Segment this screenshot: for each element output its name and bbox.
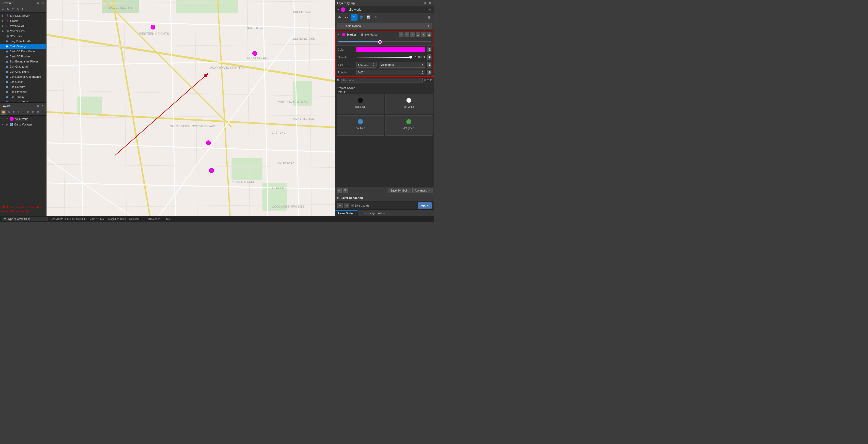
locate-input-area[interactable]: 🔍 Type to locate (⌘K)	[2, 217, 48, 221]
tab-layer-styling[interactable]: Layer Styling	[335, 210, 358, 216]
symbol-dot-green[interactable]: dot green	[385, 115, 433, 136]
panel-options-icon[interactable]: ⋯	[424, 8, 426, 11]
tile-icon: ⬤	[5, 90, 9, 94]
layer-name-label: hello-world	[15, 117, 28, 120]
favorites-list-icon[interactable]: ⊟	[430, 78, 432, 82]
layer-grid1-icon[interactable]: ⊞	[26, 110, 30, 114]
settings-tab[interactable]: ⚙	[372, 14, 379, 21]
browser-item-esri-gray-light[interactable]: ⬤ Esri Gray (light)	[0, 69, 46, 74]
add-symbol-btn[interactable]: ⊕	[426, 14, 432, 21]
add-layer-btn[interactable]: +	[399, 32, 404, 37]
marker-expand-arrow[interactable]: ▼	[338, 33, 340, 36]
favorites-grid-icon[interactable]: ⊞	[427, 78, 429, 82]
size-save-btn[interactable]: 💾	[427, 62, 431, 68]
ms-sql-icon: 🗄	[6, 14, 9, 18]
layers-close-icon[interactable]: ✕	[41, 104, 45, 108]
layer-item-carto[interactable]: ✓ ▶ Carto Voyager	[0, 122, 46, 127]
filter-layer-icon[interactable]: ⊻	[17, 110, 21, 114]
color-save-btn[interactable]: 💾	[427, 47, 431, 52]
size-spinbox[interactable]: 5.00000 ▲▼	[356, 62, 377, 68]
tab-processing-toolbox[interactable]: Processing Toolbox	[358, 210, 388, 216]
browser-item-cartodb-positron[interactable]: ⬤ CartoDB Positron	[0, 54, 46, 59]
browser-item-esri-standard[interactable]: ⬤ Esri Standard	[0, 89, 46, 94]
layer-grid2-icon[interactable]: ⊟	[31, 110, 35, 114]
browser-item-xyz-tiles[interactable]: ▼ ◫ XYZ Tiles	[0, 34, 46, 39]
panel-expand-icon[interactable]: ⧉	[428, 8, 432, 12]
browser-item-cartodb-dark[interactable]: ⬤ CartoDB Dark Matter	[0, 49, 46, 54]
layer-rendering-expand[interactable]: ▶	[337, 196, 339, 199]
live-update-checkbox[interactable]: ✓	[351, 204, 354, 207]
collapse-icon[interactable]: ⊟	[16, 7, 20, 11]
browser-item-carto-voyager[interactable]: ⬤ Carto Voyager	[0, 44, 46, 49]
browser-item-esri-topo[interactable]: ⬤ Esri Topo World	[0, 100, 46, 102]
favorites-search-input[interactable]	[341, 78, 423, 83]
save-symbol-btn[interactable]: Save Symbol...	[388, 188, 411, 193]
globe-tab[interactable]: 🌐	[358, 14, 365, 21]
layer-item-hello-world[interactable]: ✓ ▼ hello-world	[0, 116, 46, 122]
up-btn[interactable]: ▲	[416, 32, 420, 37]
layer-more-icon[interactable]: ⊠	[36, 110, 40, 114]
refresh-icon[interactable]: ↻	[6, 7, 10, 11]
layer-visibility-check[interactable]: ✓	[2, 123, 5, 126]
rotation-save-btn[interactable]: 💾	[427, 70, 431, 75]
symbol-dot-white[interactable]: dot white	[385, 94, 433, 114]
color-swatch[interactable]	[356, 47, 425, 52]
filter-icon[interactable]: ⊻	[11, 7, 15, 11]
close-icon[interactable]: ✕	[41, 1, 45, 5]
remove-layer-icon[interactable]: 👁	[12, 110, 16, 114]
chart-tab[interactable]: 📊	[365, 14, 372, 21]
single-symbol-dropdown[interactable]: ⬡ Single Symbol ▼	[337, 23, 432, 29]
list-view-btn[interactable]: ☰	[343, 188, 348, 193]
redo-icon[interactable]: ↪	[344, 203, 349, 208]
minimize-icon[interactable]: —	[30, 1, 35, 5]
panel-close-icon[interactable]: ✕	[428, 1, 432, 5]
browser-item-esri-satellite[interactable]: ⬤ Esri Satellite	[0, 84, 46, 89]
browser-item-esri-gray-dark[interactable]: ⬤ Esri Gray (dark)	[0, 64, 46, 69]
copy-btn[interactable]: ⧉	[405, 32, 409, 37]
symbol-tab[interactable]: ⬡	[351, 14, 358, 21]
rotation-spinbox[interactable]: 0.00 ° ▲▼	[356, 70, 425, 75]
layers-float-icon[interactable]: ⧉	[36, 104, 40, 108]
expand-arrow: ▶	[2, 29, 5, 33]
opacity-value: 100.0 %	[413, 56, 425, 59]
delete-btn[interactable]: ✕	[410, 32, 415, 37]
render-checkbox[interactable]: ✓	[148, 218, 151, 220]
browser-item-ms-sql[interactable]: ▶ 🗄 MS SQL Server	[0, 13, 46, 18]
float-icon[interactable]: ⧉	[36, 1, 40, 5]
symbol-dot-blue[interactable]: dot blue	[337, 115, 384, 136]
undo-icon[interactable]: ↩	[337, 203, 343, 208]
browser-item-esri-ocean[interactable]: ⬤ Esri Ocean	[0, 79, 46, 84]
grid-view-btn[interactable]: ⊞	[337, 188, 342, 193]
browser-item-esri-boundaries[interactable]: ⬤ Esri Boundaries Places	[0, 59, 46, 64]
advanced-btn[interactable]: Advanced ▼	[412, 188, 432, 193]
panel-float-icon[interactable]: ⧉	[423, 1, 427, 5]
abc-tab-2[interactable]: abc	[344, 14, 350, 21]
browser-item-bing[interactable]: ⬤ Bing VirtualEarth	[0, 39, 46, 44]
add-resource-icon[interactable]: ⊕	[1, 7, 5, 11]
symbol-dot-black[interactable]: dot black	[337, 94, 384, 114]
opacity-slider[interactable]	[356, 57, 411, 58]
back-arrow-icon[interactable]: ◀	[337, 8, 339, 11]
browser-item-oracle[interactable]: ▶ 🗄 Oracle	[0, 18, 46, 23]
browser-item-esri-terrain[interactable]: ⬤ Esri Terrain	[0, 94, 46, 100]
apply-button[interactable]: Apply	[418, 202, 432, 209]
opacity-save-btn[interactable]: 💾	[427, 54, 431, 60]
browser-item-wms-wmts[interactable]: ▶ ⬡ WMS/WMTS	[0, 23, 46, 28]
abc-tab-1[interactable]: abc	[337, 14, 343, 21]
add-layer-icon[interactable]: ⊕	[7, 110, 11, 114]
open-layer-styling-btn[interactable]: 🎨	[1, 110, 6, 115]
layer-visibility-check[interactable]: ✓	[2, 117, 5, 120]
properties-icon[interactable]: ℹ	[20, 7, 24, 11]
marker-main-slider[interactable]	[338, 41, 431, 42]
layers-minimize-icon[interactable]: —	[30, 104, 35, 108]
epsg-display: EPSG:...	[163, 218, 173, 220]
browser-item-esri-natgeo[interactable]: ⬤ Esri National Geographic	[0, 74, 46, 79]
down-btn[interactable]: ▼	[421, 32, 426, 37]
size-unit-dropdown[interactable]: Millimeters ▼	[379, 62, 425, 68]
layer-options-icon[interactable]: ⋯	[21, 110, 25, 114]
browser-item-vector-tiles[interactable]: ▶ ◫ Vector Tiles	[0, 28, 46, 34]
svg-point-54	[206, 141, 211, 145]
clear-favorites-icon[interactable]: ✕	[424, 78, 426, 82]
save-col-icon[interactable]: 💾	[427, 32, 431, 37]
panel-minimize-icon[interactable]: —	[418, 1, 422, 5]
